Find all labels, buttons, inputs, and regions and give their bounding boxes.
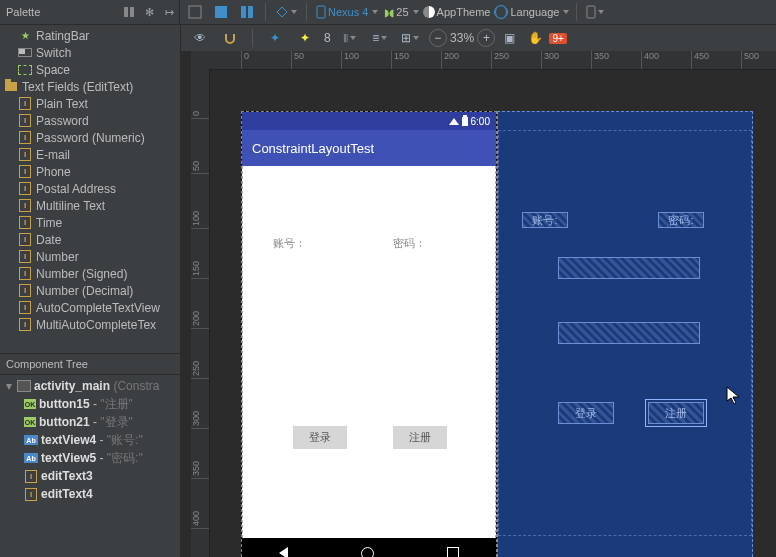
palette-item-space[interactable]: Space	[0, 61, 180, 78]
palette-item[interactable]: AutoCompleteTextView	[0, 299, 180, 316]
login-button[interactable]: 登录	[293, 426, 347, 449]
bp-label-account[interactable]: 账号:	[522, 212, 568, 228]
text-icon	[19, 199, 31, 212]
magnet-icon[interactable]	[219, 29, 241, 47]
default-margin[interactable]: 8	[324, 31, 331, 45]
palette-title-label: Palette	[6, 6, 40, 18]
design-canvas[interactable]: 👁 ✦ ✦ 8 ⫴ ≡ ⊞ − 33% + ▣ ✋ 9+	[181, 25, 776, 557]
palette-item-label: Multiline Text	[36, 199, 105, 213]
phone-content[interactable]: 账号： 密码： 登录 注册	[242, 166, 496, 538]
palette-item-label: RatingBar	[36, 29, 89, 43]
palette-item[interactable]: Password (Numeric)	[0, 129, 180, 146]
label-account: 账号：	[273, 236, 306, 251]
palette-item[interactable]: Number (Decimal)	[0, 282, 180, 299]
pan-icon[interactable]: ✋	[524, 29, 546, 47]
palette-item[interactable]: Date	[0, 231, 180, 248]
zoom-fit-icon[interactable]: ▣	[499, 29, 521, 47]
tree-node-button21[interactable]: OKbutton21 - "登录"	[0, 413, 180, 431]
palette-item[interactable]: Phone	[0, 163, 180, 180]
design-toolbar: 👁 ✦ ✦ 8 ⫴ ≡ ⊞ − 33% + ▣ ✋ 9+	[181, 25, 776, 52]
text-icon	[19, 267, 31, 280]
zoom-in-button[interactable]: +	[477, 29, 495, 47]
tree-node-textview5[interactable]: AbtextView5 - "密码:"	[0, 449, 180, 467]
tree-node-textview4[interactable]: AbtextView4 - "账号:"	[0, 431, 180, 449]
error-badge[interactable]: 9+	[549, 33, 566, 44]
folder-icon	[5, 82, 17, 91]
orientation-icon[interactable]	[273, 3, 299, 21]
palette-item[interactable]: E-mail	[0, 146, 180, 163]
svg-rect-1	[130, 7, 134, 17]
design-tab-icon[interactable]	[184, 3, 206, 21]
layout-icon	[17, 380, 31, 392]
palette-item-ratingbar[interactable]: ★RatingBar	[0, 27, 180, 44]
component-tree[interactable]: ▾ activity_main (Constra OKbutton15 - "注…	[0, 375, 180, 557]
both-tab-icon[interactable]	[236, 3, 258, 21]
text-icon	[19, 165, 31, 178]
tree-node-button15[interactable]: OKbutton15 - "注册"	[0, 395, 180, 413]
palette-item-label: Phone	[36, 165, 71, 179]
palette-item-label: E-mail	[36, 148, 70, 162]
blueprint-tab-icon[interactable]	[210, 3, 232, 21]
bp-label-password[interactable]: 密码:	[658, 212, 704, 228]
design-preview[interactable]: 6:00 ConstraintLayoutTest 账号： 密码： 登录 注册	[241, 111, 497, 557]
text-icon	[19, 148, 31, 161]
bp-login-button[interactable]: 登录	[558, 402, 614, 424]
bp-edittext4[interactable]	[558, 322, 700, 344]
ok-icon: OK	[24, 417, 36, 427]
palette-item[interactable]: Number (Signed)	[0, 265, 180, 282]
palette-item-label: Switch	[36, 46, 71, 60]
palette-item-switch[interactable]: Switch	[0, 44, 180, 61]
text-icon	[25, 488, 37, 501]
variant-icon[interactable]	[584, 3, 606, 21]
svg-rect-3	[215, 6, 227, 18]
guideline-icon[interactable]: ⊞	[399, 29, 421, 47]
top-toolbar: Palette ✻ ↦ Nexus 4 ◗◖ 25 AppTheme	[0, 0, 776, 25]
palette-group-textfields[interactable]: Text Fields (EditText)	[0, 78, 180, 95]
palette-item-label: Postal Address	[36, 182, 116, 196]
gear-icon[interactable]: ✻	[141, 4, 157, 20]
palette-list[interactable]: ★RatingBar Switch Space Text Fields (Edi…	[0, 25, 180, 353]
svg-rect-0	[124, 7, 128, 17]
palette-item[interactable]: Number	[0, 248, 180, 265]
bp-register-button[interactable]: 注册	[648, 402, 704, 424]
tree-node-label: button21 - "登录"	[39, 414, 133, 431]
blueprint-preview[interactable]: 账号: 密码: 登录 注册	[497, 111, 753, 557]
bp-edittext3[interactable]	[558, 257, 700, 279]
zoom-level-label: 33%	[450, 31, 474, 45]
device-selector[interactable]: Nexus 4	[314, 5, 380, 19]
clear-constraints-icon[interactable]: ✦	[264, 29, 286, 47]
switch-icon	[18, 48, 32, 57]
tree-node-edittext4[interactable]: editText4	[0, 485, 180, 503]
separator	[576, 3, 577, 21]
collapse-icon[interactable]: ↦	[161, 4, 177, 20]
text-icon	[19, 97, 31, 110]
palette-item[interactable]: MultiAutoCompleteTex	[0, 316, 180, 333]
tree-root[interactable]: ▾ activity_main (Constra	[0, 377, 180, 395]
palette-item[interactable]: Postal Address	[0, 180, 180, 197]
palette-view-icon[interactable]	[121, 4, 137, 20]
palette-item[interactable]: Time	[0, 214, 180, 231]
zoom-out-button[interactable]: −	[429, 29, 447, 47]
tree-twisty-icon[interactable]: ▾	[4, 379, 14, 393]
align-icon[interactable]: ≡	[369, 29, 391, 47]
text-icon	[19, 318, 31, 331]
text-icon	[25, 470, 37, 483]
palette-item[interactable]: Plain Text	[0, 95, 180, 112]
infer-constraints-icon[interactable]: ✦	[294, 29, 316, 47]
android-nav-bar	[242, 538, 496, 557]
status-time: 6:00	[471, 116, 490, 127]
theme-selector[interactable]: AppTheme	[423, 6, 491, 18]
component-tree-title: Component Tree	[6, 358, 88, 370]
palette-item[interactable]: Password	[0, 112, 180, 129]
show-layout-icon[interactable]: 👁	[189, 29, 211, 47]
text-icon	[19, 114, 31, 127]
language-selector[interactable]: Language	[494, 5, 569, 19]
palette-item[interactable]: Multiline Text	[0, 197, 180, 214]
register-button[interactable]: 注册	[393, 426, 447, 449]
theme-name-label: AppTheme	[437, 6, 491, 18]
tree-node-edittext3[interactable]: editText3	[0, 467, 180, 485]
component-tree-header: Component Tree	[0, 353, 180, 375]
pack-icon[interactable]: ⫴	[339, 29, 361, 47]
api-selector[interactable]: ◗◖ 25	[384, 6, 418, 18]
palette-item-label: Date	[36, 233, 61, 247]
